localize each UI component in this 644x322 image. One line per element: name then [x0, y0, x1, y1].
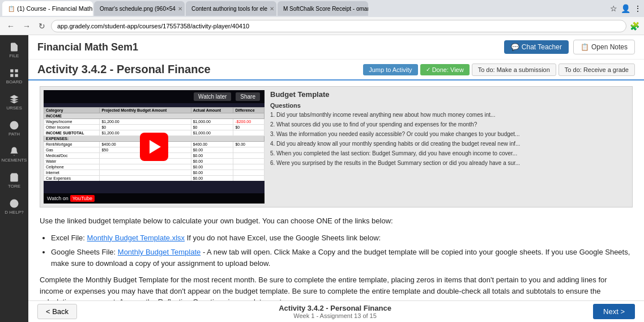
jump-to-activity-button[interactable]: Jump to Activity [363, 64, 417, 75]
activity-header: Activity 3.4.2 - Personal Finance Jump t… [28, 60, 644, 80]
question-1: 1. Did your tabs/monthly income reveal a… [270, 111, 629, 118]
sidebar-item-help[interactable]: D HELP? [4, 196, 24, 217]
page-header: Financial Math Sem1 💬 Chat Teacher 📋 Ope… [28, 35, 644, 60]
browser-tabs: 📋 (1) Course - Financial Math S ✕ Omar's… [0, 0, 644, 17]
tab-content-authoring[interactable]: Content authoring tools for ele ✕ [186, 1, 276, 16]
page-footer: < Back Activity 3.4.2 - Personal Finance… [28, 300, 644, 322]
left-sidebar: FILE BOARD URSES PATH NCEMENTS TORE [0, 35, 28, 322]
main-content: Financial Math Sem1 💬 Chat Teacher 📋 Ope… [28, 35, 644, 322]
svg-rect-3 [15, 74, 18, 77]
question-5: 5. When you completed the last section: … [270, 150, 629, 157]
tab-close-icon[interactable]: ✕ [270, 6, 274, 12]
watch-later-button[interactable]: Watch later [194, 92, 231, 101]
content-area[interactable]: Watch later Share Category Projected Mon… [28, 80, 644, 300]
question-4: 4. Did you already know all your monthly… [270, 140, 629, 147]
open-notes-button[interactable]: 📋 Open Notes [573, 40, 635, 54]
links-list: Excel File: Monthly Budget Template.xlsx… [51, 232, 633, 269]
instructions-paragraph: Complete the Monthly Budget Template for… [40, 274, 633, 300]
tab-schedule[interactable]: Omar's schedule.png (960×54 ✕ [94, 1, 185, 16]
question-6: 6. Were you surprised by the results in … [270, 159, 629, 167]
text-content: Use the linked budget template below to … [40, 215, 633, 300]
header-actions: 💬 Chat Teacher 📋 Open Notes [504, 40, 635, 54]
reload-button[interactable]: ↻ [36, 20, 48, 32]
sidebar-item-courses[interactable]: URSES [4, 92, 24, 112]
share-button[interactable]: Share [236, 92, 260, 101]
question-3: 3. Was the information you needed easily… [270, 130, 629, 138]
tab-softchalk[interactable]: M SoftChalk Score Receipt - omar ✕ [278, 1, 368, 16]
extensions-icon[interactable]: 🧩 [630, 22, 639, 31]
footer-subtitle: Week 1 - Assignment 13 of 15 [279, 312, 391, 319]
video-section: Watch later Share Category Projected Mon… [40, 86, 633, 207]
sidebar-item-announcements[interactable]: NCEMENTS [4, 144, 24, 164]
tab-financial-math[interactable]: 📋 (1) Course - Financial Math S ✕ [2, 1, 93, 16]
todo-receive-grade-button[interactable]: To do: Receive a grade [558, 63, 635, 76]
video-sidebar-content: Budget Template Questions 1. Did your ta… [270, 90, 629, 204]
address-bar[interactable] [51, 20, 626, 32]
chat-teacher-button[interactable]: 💬 Chat Teacher [504, 40, 569, 54]
todo-make-submission-button[interactable]: To do: Make a submission [472, 63, 556, 76]
notes-icon: 📋 [581, 43, 589, 51]
google-sheets-link[interactable]: Monthly Budget Template [118, 248, 201, 256]
sidebar-item-file[interactable]: FILE [4, 40, 24, 60]
question-2: 2. What sources did you use to find of y… [270, 121, 629, 128]
youtube-logo: Watch on YouTube [47, 195, 95, 202]
browser-toolbar: ← → ↻ 🧩 [0, 17, 644, 35]
intro-paragraph: Use the linked budget template below to … [40, 215, 633, 227]
sidebar-item-store[interactable]: TORE [4, 170, 24, 190]
template-title: Budget Template [270, 90, 629, 99]
done-view-button[interactable]: ✓ Done: View [420, 64, 470, 75]
sidebar-item-path[interactable]: PATH [4, 118, 24, 138]
google-sheets-item: Google Sheets File: Monthly Budget Templ… [51, 247, 633, 269]
excel-file-item: Excel File: Monthly Budget Template.xlsx… [51, 232, 633, 244]
forward-button[interactable]: → [20, 20, 33, 32]
video-bottom-bar: Watch on YouTube [44, 193, 265, 204]
back-button[interactable]: ← [5, 20, 17, 32]
video-thumbnail[interactable]: Watch later Share Category Projected Mon… [44, 90, 265, 204]
questions-heading: Questions [270, 102, 301, 109]
profile-icon[interactable]: 👤 [621, 4, 630, 13]
video-overlay-bar: Watch later Share [44, 90, 265, 103]
footer-activity-title: Activity 3.4.2 - Personal Finance [279, 304, 391, 312]
sidebar-item-board[interactable]: BOARD [4, 66, 24, 86]
footer-center: Activity 3.4.2 - Personal Finance Week 1… [279, 304, 391, 319]
tab-close-icon[interactable]: ✕ [178, 6, 182, 12]
play-triangle-icon [150, 140, 161, 154]
questions-list: Questions 1. Did your tabs/monthly incom… [270, 102, 629, 167]
bookmark-icon[interactable]: ☆ [610, 4, 617, 13]
excel-link[interactable]: Monthly Budget Template.xlsx [87, 234, 185, 242]
svg-rect-0 [10, 69, 13, 72]
checkmark-icon: ✓ [426, 66, 430, 73]
activity-nav-buttons: Jump to Activity ✓ Done: View To do: Mak… [363, 63, 635, 76]
page-title: Financial Math Sem1 [37, 41, 138, 53]
play-button[interactable] [140, 133, 168, 161]
youtube-icon: YouTube [70, 195, 95, 202]
browser-frame: 📋 (1) Course - Financial Math S ✕ Omar's… [0, 0, 644, 322]
svg-rect-1 [15, 69, 18, 72]
chat-icon: 💬 [511, 43, 519, 51]
menu-icon[interactable]: ⋮ [634, 4, 642, 13]
svg-rect-2 [10, 74, 13, 77]
activity-title: Activity 3.4.2 - Personal Finance [37, 63, 211, 76]
next-button[interactable]: Next > [593, 304, 635, 319]
back-button[interactable]: < Back [37, 304, 77, 319]
